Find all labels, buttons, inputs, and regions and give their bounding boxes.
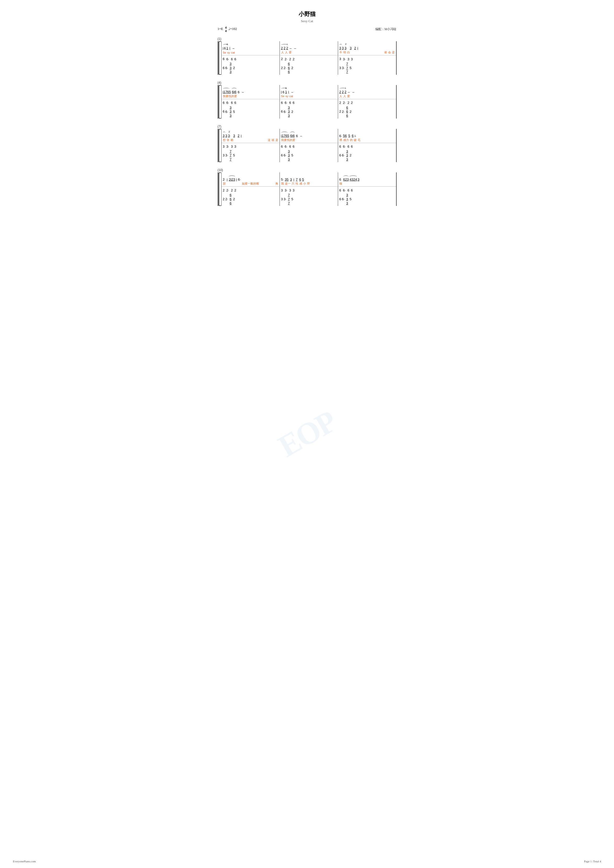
measure-3-3: 6· 5 6 5 6 i· 诱感力的睫毛	[338, 129, 396, 143]
acc-upper-3-2: 6 6· 6 6	[281, 144, 337, 149]
acc-3-2: 6 6· 6 6 6 6·	[280, 143, 338, 162]
note: i	[358, 46, 358, 50]
note: 7	[296, 178, 298, 182]
note-stack: 3 3 3	[230, 106, 232, 118]
note: i	[223, 46, 224, 50]
section-label-3: (7)	[218, 125, 396, 129]
note: 6	[296, 134, 298, 138]
note: i	[288, 90, 289, 94]
note: 5	[229, 90, 231, 94]
rest: –	[233, 46, 235, 50]
note: 6	[289, 101, 291, 105]
note: i	[281, 90, 282, 94]
acc-lower-1-1: 6 6· 3 3 3 2	[223, 62, 278, 74]
rest: –	[300, 134, 302, 138]
note-stack: 6 6 6	[288, 62, 290, 74]
acc-lower-4-1: 2 2· 6 6 6 2	[223, 193, 278, 205]
note: 2	[354, 46, 356, 50]
note: 2	[289, 57, 291, 61]
section-2: (4) i 1	[218, 81, 396, 119]
lyrics-4-1: 甜如蜜一般的嘴角	[223, 181, 278, 186]
subtitle: Sexy Cat	[218, 19, 396, 23]
note: 2	[281, 66, 283, 70]
lyrics-4-3: 猫	[339, 181, 395, 186]
note: 6	[224, 46, 225, 50]
acc-4-3: 6 6· 6 6 6 6·	[338, 187, 396, 206]
mel-notes-2-1: i 1 7 6 5 6 i 6	[223, 86, 278, 94]
note: 2·	[284, 66, 286, 70]
mel-notes-4-2: 5· 3 5 3 i 7 6 5	[281, 174, 337, 181]
measure-1-3: 3 3 2 3 3 2 i	[338, 41, 396, 55]
acc-4-1: 2 2· 2 2 2 2·	[222, 187, 280, 206]
measure-3-2: i 1 7 6 5 6 i 6	[280, 129, 338, 143]
note: 5	[302, 178, 304, 182]
acc-upper-3-3: 6 6· 6 6	[339, 144, 395, 149]
note: i·	[354, 134, 356, 138]
music-content: (1) i	[218, 37, 396, 206]
measure-4-2: 5· 3 5 3 i 7 6 5	[280, 172, 338, 186]
lyrics-1-2: 人人爱	[281, 50, 337, 54]
note-stack: 7 7 7	[346, 62, 348, 74]
mel-notes-2-2: i 6 6 1 i –	[281, 86, 337, 94]
acc-upper-1-3: 3 3· 3 3	[339, 56, 395, 62]
note: 2·	[343, 101, 346, 105]
rest: –	[352, 90, 354, 94]
mel-notes-1-2: 2 2 i 2 – –	[281, 42, 337, 50]
lyrics-4-2: 我是一只性感小野	[281, 181, 337, 186]
note: 6	[223, 57, 225, 61]
note: 6	[281, 101, 283, 105]
note: 2	[351, 101, 353, 105]
mel-notes-4-1: 2· i 2 i 2 3 i 6·	[223, 174, 278, 181]
note: 6·	[284, 110, 286, 114]
note: 6·	[226, 101, 229, 105]
note: 6·	[225, 66, 228, 70]
note: 3	[348, 57, 350, 61]
rest: –	[291, 90, 293, 94]
acc-upper-1-2: 2 2· 2 2	[281, 56, 337, 62]
note: 2	[291, 110, 293, 114]
note: i 2	[286, 46, 288, 50]
lyrics-1-3: 不明白谁会是	[339, 50, 395, 54]
meta-row: 1=E 44 ♩=102 编配：M小冯哒	[218, 26, 396, 33]
acc-upper-4-1: 2 2· 2 2	[223, 188, 278, 193]
section-label-4: (10)	[218, 168, 396, 172]
acc-3-1: 3 3· 3 3 3 3·	[222, 143, 280, 162]
acc-3-3: 6 6· 6 6 6 6·	[338, 143, 396, 162]
acc-upper-3-1: 3 3· 3 3	[223, 144, 278, 149]
note: 3	[351, 57, 353, 61]
lyrics-2-1: 我要找的爱	[223, 94, 278, 98]
acc-upper-2-1: 6 6· 6 6	[223, 100, 278, 106]
note: 3	[339, 66, 341, 70]
acc-1-3: 3 3· 3 3 3 3·	[338, 56, 396, 75]
note: 5	[350, 66, 351, 70]
note: 2	[339, 90, 341, 94]
note: 2 3·	[228, 134, 230, 138]
note: 6	[238, 90, 239, 94]
acc-upper-2-3: 2 2· 2 2	[339, 100, 395, 106]
note: 2	[281, 57, 283, 61]
note: 6	[235, 90, 236, 94]
tempo-label: ♩=102	[229, 27, 237, 31]
note: i	[236, 178, 237, 182]
note: 6	[352, 134, 354, 138]
lyrics-3-3: 诱感力的睫毛	[339, 138, 395, 142]
note: 6	[223, 110, 225, 114]
note: 6	[223, 66, 225, 70]
measure-2-2: i 6 6 1 i –	[280, 85, 338, 99]
rest: –	[294, 46, 296, 50]
acc-2-3: 2 2· 2 2 2 2·	[338, 99, 396, 119]
measure-4-1: 2· i 2 i 2 3 i 6·	[222, 172, 280, 186]
note: 6 1	[226, 46, 228, 50]
note: 3	[350, 46, 351, 50]
note: 2	[339, 110, 341, 114]
measure-1-2: 2 2 i 2 – –	[280, 41, 338, 55]
note-stack: 6 6 6	[346, 106, 348, 118]
measure-4-3: 6 6 2 3 4 3	[338, 172, 396, 186]
note: 6	[231, 57, 233, 61]
acc-upper-2-2: 6 6· 6 6	[281, 100, 337, 106]
note: 3	[223, 134, 225, 138]
note: 3·	[343, 57, 346, 61]
note: 6	[281, 110, 283, 114]
note: 2	[284, 46, 286, 50]
note: 2	[342, 90, 344, 94]
